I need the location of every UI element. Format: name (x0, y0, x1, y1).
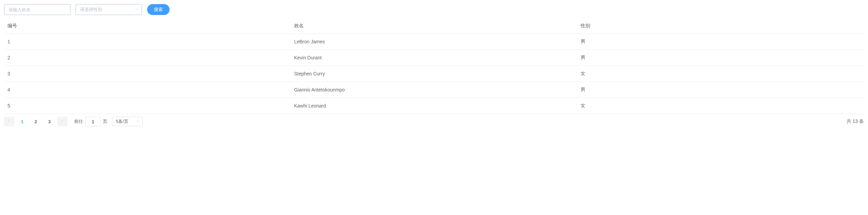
page-jump: 前往 页 (74, 117, 107, 126)
page-number-2[interactable]: 2 (30, 117, 42, 126)
table-row: 3Stephen Curry女 (4, 66, 864, 82)
header-id: 编号 (4, 18, 291, 34)
cell-id: 1 (4, 34, 291, 50)
chevron-right-icon (60, 119, 64, 124)
page-number-1[interactable]: 1 (16, 117, 28, 126)
gender-select[interactable]: 请选择性别 (76, 4, 142, 15)
table-row: 2Kevin Durant男 (4, 50, 864, 66)
cell-gender: 男 (577, 50, 864, 66)
data-table: 编号 姓名 性别 1LeBron James男2Kevin Durant男3St… (4, 18, 864, 114)
cell-name: Kawhi Leonard (291, 98, 578, 114)
page-jump-input[interactable] (85, 117, 101, 126)
cell-name: Kevin Durant (291, 50, 578, 66)
cell-gender: 男 (577, 34, 864, 50)
gender-select-display[interactable]: 请选择性别 (76, 4, 142, 15)
jump-suffix: 页 (103, 118, 107, 125)
page-size-select[interactable]: 5条/页 (112, 117, 143, 126)
prev-page-button[interactable] (4, 117, 14, 126)
chevron-left-icon (7, 119, 11, 124)
cell-id: 5 (4, 98, 291, 114)
cell-name: Giannis Antetokounmpo (291, 82, 578, 98)
table-row: 1LeBron James男 (4, 34, 864, 50)
page-size-display[interactable]: 5条/页 (112, 117, 143, 126)
page-number-3[interactable]: 3 (44, 117, 55, 126)
cell-gender: 男 (577, 82, 864, 98)
header-gender: 性别 (577, 18, 864, 34)
total-count: 共 13 条 (847, 118, 864, 125)
cell-gender: 女 (577, 66, 864, 82)
cell-name: LeBron James (291, 34, 578, 50)
table-row: 4Giannis Antetokounmpo男 (4, 82, 864, 98)
table-row: 5Kawhi Leonard女 (4, 98, 864, 114)
cell-gender: 女 (577, 98, 864, 114)
cell-id: 3 (4, 66, 291, 82)
jump-prefix: 前往 (74, 118, 83, 125)
table-footer: 123 前往 页 5条/页 共 13 条 (4, 114, 864, 126)
cell-id: 4 (4, 82, 291, 98)
name-input[interactable] (4, 4, 70, 15)
next-page-button[interactable] (57, 117, 67, 126)
cell-id: 2 (4, 50, 291, 66)
pagination: 123 前往 页 5条/页 (4, 117, 143, 126)
header-name: 姓名 (291, 18, 578, 34)
cell-name: Stephen Curry (291, 66, 578, 82)
search-button[interactable]: 搜索 (147, 4, 170, 15)
search-toolbar: 请选择性别 搜索 (4, 4, 864, 15)
